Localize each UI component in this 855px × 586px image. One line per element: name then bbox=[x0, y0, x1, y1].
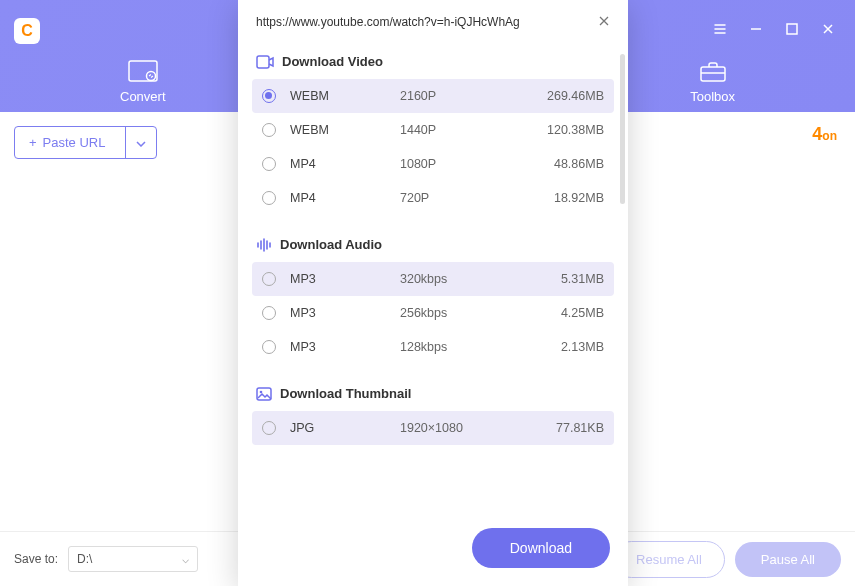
modal-body: Download Video WEBM2160P269.46MBWEBM1440… bbox=[238, 40, 628, 510]
pause-all-button[interactable]: Pause All bbox=[735, 542, 841, 577]
video-section-title: Download Video bbox=[282, 54, 383, 69]
svg-rect-0 bbox=[787, 24, 797, 34]
radio-icon bbox=[262, 123, 276, 137]
radio-icon bbox=[262, 89, 276, 103]
audio-section-head: Download Audio bbox=[252, 229, 614, 262]
option-format: MP3 bbox=[290, 340, 400, 354]
svg-point-2 bbox=[146, 72, 155, 81]
option-format: MP4 bbox=[290, 157, 400, 171]
scrollbar[interactable] bbox=[620, 54, 625, 204]
window-controls bbox=[713, 22, 835, 36]
option-size: 48.86MB bbox=[530, 157, 604, 171]
video-option-0[interactable]: WEBM2160P269.46MB bbox=[252, 79, 614, 113]
option-quality: 256kbps bbox=[400, 306, 530, 320]
modal-url: https://www.youtube.com/watch?v=h-iQJHcW… bbox=[256, 15, 588, 29]
radio-icon bbox=[262, 306, 276, 320]
save-to-label: Save to: bbox=[14, 552, 58, 566]
resume-all-button[interactable]: Resume All bbox=[613, 541, 725, 578]
minimize-icon[interactable] bbox=[749, 22, 763, 36]
toolbox-icon bbox=[698, 59, 728, 83]
tab-toolbox[interactable]: Toolbox bbox=[690, 59, 735, 104]
save-path-value: D:\ bbox=[77, 552, 92, 566]
option-size: 4.25MB bbox=[530, 306, 604, 320]
option-format: MP3 bbox=[290, 306, 400, 320]
option-quality: 128kbps bbox=[400, 340, 530, 354]
option-size: 18.92MB bbox=[530, 191, 604, 205]
paste-url-button: + Paste URL bbox=[14, 126, 157, 159]
video-option-1[interactable]: WEBM1440P120.38MB bbox=[252, 113, 614, 147]
option-format: MP4 bbox=[290, 191, 400, 205]
audio-section-title: Download Audio bbox=[280, 237, 382, 252]
convert-icon bbox=[128, 59, 158, 83]
option-format: WEBM bbox=[290, 89, 400, 103]
option-size: 77.81KB bbox=[530, 421, 604, 435]
app-logo bbox=[14, 18, 40, 44]
paste-url-label: Paste URL bbox=[43, 135, 106, 150]
option-format: JPG bbox=[290, 421, 400, 435]
svg-rect-5 bbox=[257, 388, 271, 400]
menu-icon[interactable] bbox=[713, 22, 727, 36]
option-format: WEBM bbox=[290, 123, 400, 137]
image-icon bbox=[256, 387, 272, 401]
paste-url-dropdown[interactable] bbox=[125, 127, 156, 158]
radio-icon bbox=[262, 191, 276, 205]
option-quality: 720P bbox=[400, 191, 530, 205]
plus-icon: + bbox=[29, 135, 37, 150]
option-size: 5.31MB bbox=[530, 272, 604, 286]
option-quality: 1440P bbox=[400, 123, 530, 137]
close-icon[interactable] bbox=[821, 22, 835, 36]
radio-icon bbox=[262, 421, 276, 435]
modal-header: https://www.youtube.com/watch?v=h-iQJHcW… bbox=[238, 0, 628, 40]
radio-icon bbox=[262, 272, 276, 286]
radio-icon bbox=[262, 157, 276, 171]
option-quality: 1080P bbox=[400, 157, 530, 171]
video-section-head: Download Video bbox=[252, 46, 614, 79]
save-path-select[interactable]: D:\ bbox=[68, 546, 198, 572]
brand-badge: 4on bbox=[812, 124, 837, 145]
audio-option-1[interactable]: MP3256kbps4.25MB bbox=[252, 296, 614, 330]
thumbnail-section: Download Thumbnail JPG1920×108077.81KB bbox=[252, 378, 614, 445]
thumbnail-section-head: Download Thumbnail bbox=[252, 378, 614, 411]
video-section: Download Video WEBM2160P269.46MBWEBM1440… bbox=[252, 46, 614, 215]
option-quality: 2160P bbox=[400, 89, 530, 103]
svg-rect-3 bbox=[701, 67, 725, 81]
option-size: 269.46MB bbox=[530, 89, 604, 103]
maximize-icon[interactable] bbox=[785, 22, 799, 36]
video-option-3[interactable]: MP4720P18.92MB bbox=[252, 181, 614, 215]
radio-icon bbox=[262, 340, 276, 354]
video-option-2[interactable]: MP41080P48.86MB bbox=[252, 147, 614, 181]
video-icon bbox=[256, 55, 274, 69]
svg-rect-4 bbox=[257, 56, 269, 68]
paste-url-main[interactable]: + Paste URL bbox=[15, 127, 125, 158]
download-modal: https://www.youtube.com/watch?v=h-iQJHcW… bbox=[238, 0, 628, 586]
option-size: 2.13MB bbox=[530, 340, 604, 354]
modal-close-icon[interactable] bbox=[598, 14, 610, 30]
svg-point-6 bbox=[260, 390, 263, 393]
option-format: MP3 bbox=[290, 272, 400, 286]
thumbnail-section-title: Download Thumbnail bbox=[280, 386, 411, 401]
thumbnail-option-0[interactable]: JPG1920×108077.81KB bbox=[252, 411, 614, 445]
option-quality: 1920×1080 bbox=[400, 421, 530, 435]
tab-toolbox-label: Toolbox bbox=[690, 89, 735, 104]
download-button[interactable]: Download bbox=[472, 528, 610, 568]
modal-footer: Download bbox=[238, 510, 628, 586]
audio-icon bbox=[256, 238, 272, 252]
tab-convert[interactable]: Convert bbox=[120, 59, 166, 104]
option-quality: 320kbps bbox=[400, 272, 530, 286]
audio-section: Download Audio MP3320kbps5.31MBMP3256kbp… bbox=[252, 229, 614, 364]
option-size: 120.38MB bbox=[530, 123, 604, 137]
audio-option-2[interactable]: MP3128kbps2.13MB bbox=[252, 330, 614, 364]
tab-convert-label: Convert bbox=[120, 89, 166, 104]
audio-option-0[interactable]: MP3320kbps5.31MB bbox=[252, 262, 614, 296]
